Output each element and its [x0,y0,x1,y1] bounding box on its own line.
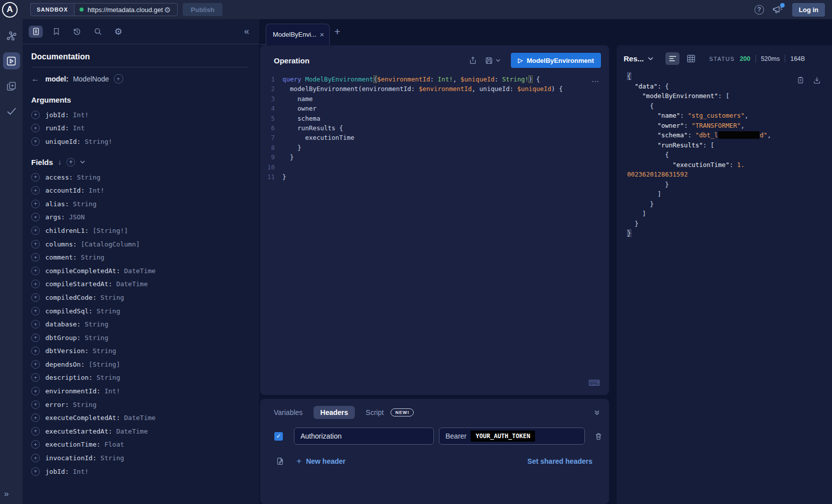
header-key-input[interactable]: Authorization [294,428,434,445]
run-operation-button[interactable]: ▷ ModelByEnvironment [511,53,601,68]
add-field-to-query-button[interactable]: + [31,347,40,355]
search-tab-icon[interactable] [91,26,105,38]
add-field-to-query-button[interactable]: + [31,467,40,476]
collapse-docs-icon[interactable]: « [244,26,249,37]
publish-button[interactable]: Publish [183,3,222,16]
field-name[interactable]: error: String [45,401,97,408]
add-field-to-query-button[interactable]: + [31,413,40,422]
add-field-to-query-button[interactable]: + [31,173,40,182]
new-tab-icon[interactable]: + [334,26,340,38]
add-field-to-query-button[interactable]: + [31,454,40,462]
schema-graph-icon[interactable] [3,27,20,44]
share-operation-icon[interactable] [469,56,477,65]
bulk-edit-icon[interactable] [276,457,284,466]
add-field-to-query-button[interactable]: + [31,387,40,395]
field-type[interactable]: String [73,200,97,208]
add-field-to-query-button[interactable]: + [31,226,40,235]
field-name[interactable]: invocationId: String [45,454,124,462]
apollo-logo-icon[interactable]: A [2,2,18,18]
add-field-to-query-button[interactable]: + [31,111,40,119]
field-name[interactable]: compiledSql: String [45,307,120,315]
table-view-icon[interactable] [684,52,698,65]
login-button[interactable]: Log in [792,3,825,17]
field-name[interactable]: dbtVersion: String [45,347,116,355]
download-response-icon[interactable] [813,76,821,85]
add-field-to-query-button[interactable]: + [31,307,40,315]
field-name[interactable]: dependsOn: [String] [45,361,120,368]
field-type[interactable]: Int! [104,387,120,395]
field-name[interactable]: comment: String [45,254,104,261]
delete-header-icon[interactable] [594,432,602,441]
add-field-to-query-button[interactable]: + [31,253,40,262]
set-shared-headers-link[interactable]: Set shared headers [527,457,592,465]
field-type[interactable]: Float [104,441,124,448]
field-name[interactable]: compileStartedAt: DateTime [45,280,148,288]
keyboard-shortcuts-icon[interactable]: ⌨ [588,378,600,388]
field-type[interactable]: DateTime [116,428,148,435]
field-name[interactable]: args: JSON [45,213,85,221]
field-type[interactable]: DateTime [124,414,156,422]
history-tab-icon[interactable] [70,26,84,38]
field-name[interactable]: database: String [45,320,108,328]
add-field-to-query-button[interactable]: + [31,124,40,132]
expand-rail-icon[interactable]: » [4,489,9,499]
json-view-icon[interactable] [665,52,679,65]
copy-response-icon[interactable] [797,76,804,85]
add-field-to-query-button[interactable]: + [31,400,40,409]
chevron-down-icon[interactable] [80,160,85,163]
graphql-editor[interactable]: 1query ModelByEnvironment($environmentId… [260,74,609,182]
field-type[interactable]: DateTime [124,267,156,275]
collapse-panel-icon[interactable] [594,409,600,415]
add-field-to-query-button[interactable]: + [31,427,40,436]
field-type[interactable]: String [85,334,108,342]
operation-tab[interactable]: ModelByEnvi... × [266,24,330,45]
field-name[interactable]: executionTime: Float [45,441,124,448]
save-operation-icon[interactable] [485,56,493,65]
editor-menu-icon[interactable]: ⋯ [591,77,599,86]
field-type[interactable]: Int [73,124,85,132]
field-type[interactable]: String [85,320,108,328]
add-field-to-query-button[interactable]: + [31,137,40,146]
header-value-input[interactable]: Bearer YOUR_AUTH_TOKEN [439,428,585,445]
endpoint-url-input[interactable]: https://metadata.cloud.get ⚙ [74,3,178,16]
add-field-to-query-button[interactable]: + [31,186,40,195]
field-name[interactable]: jobId: Int! [45,111,89,119]
back-arrow-icon[interactable]: ← [31,74,39,83]
save-menu-chevron-icon[interactable] [496,59,500,62]
settings-tab-icon[interactable]: ⚙ [111,26,125,38]
field-name[interactable]: description: String [45,374,120,381]
add-field-to-query-button[interactable]: + [31,373,40,382]
response-menu-chevron-icon[interactable] [648,57,653,60]
add-field-to-query-button[interactable]: + [31,320,40,328]
field-name[interactable]: accountId: Int! [45,187,104,194]
field-name[interactable]: environmentId: Int! [45,387,120,395]
field-name[interactable]: compiledCode: String [45,294,124,301]
checks-icon[interactable] [3,103,20,120]
tab-script[interactable]: Script [366,408,384,416]
add-field-to-query-button[interactable]: + [31,293,40,302]
field-name[interactable]: executeCompletedAt: DateTime [45,414,156,422]
field-name[interactable]: dbtGroup: String [45,334,108,342]
field-name[interactable]: uniqueId: String! [45,138,112,145]
breadcrumb-type[interactable]: ModelNode [73,75,109,83]
field-type[interactable]: String [81,254,104,261]
field-type[interactable]: String [97,307,120,315]
documentation-tab-icon[interactable] [29,26,43,38]
new-header-button[interactable]: + New header [296,456,346,466]
operation-collections-icon[interactable] [3,77,20,95]
field-type[interactable]: [String!] [93,227,128,234]
header-enabled-checkbox[interactable]: ✓ [274,432,283,441]
field-type[interactable]: Int! [73,468,89,475]
field-name[interactable]: access: String [45,174,101,181]
add-field-to-query-button[interactable]: + [31,360,40,369]
announcements-icon[interactable] [773,5,784,15]
add-field-to-query-button[interactable]: + [31,267,40,275]
sort-fields-icon[interactable]: ↓ [58,158,61,166]
field-type[interactable]: String [101,294,124,301]
add-field-to-query-button[interactable]: + [31,200,40,208]
add-field-to-query-button[interactable]: + [31,213,40,221]
field-type[interactable]: String! [85,138,112,145]
field-type[interactable]: String [97,374,120,381]
field-type[interactable]: [CatalogColumn] [81,240,139,248]
field-name[interactable]: jobId: Int! [45,468,89,475]
